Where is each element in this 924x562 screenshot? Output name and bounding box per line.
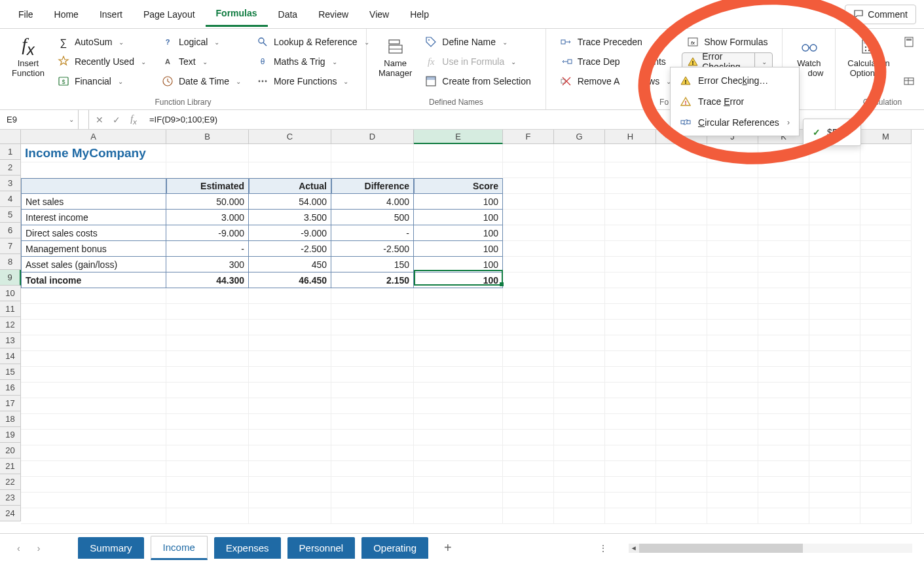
cell[interactable]: [331, 477, 414, 493]
scroll-track[interactable]: [639, 544, 912, 553]
row-header[interactable]: 20: [0, 443, 21, 459]
row-header[interactable]: 24: [0, 506, 21, 521]
cell[interactable]: [860, 304, 912, 320]
cell[interactable]: [249, 144, 331, 162]
cell[interactable]: 3.000: [166, 210, 249, 225]
cell[interactable]: [809, 178, 860, 194]
cell[interactable]: [809, 272, 860, 288]
cell[interactable]: [166, 477, 249, 493]
recently-used-button[interactable]: Recently Used⌄: [52, 52, 151, 71]
cell[interactable]: [656, 383, 707, 398]
cell[interactable]: 4.000: [331, 194, 414, 210]
cell[interactable]: [331, 398, 414, 414]
cell[interactable]: Net sales: [21, 194, 166, 210]
cell[interactable]: [21, 461, 166, 477]
cell[interactable]: Actual: [249, 178, 331, 194]
cell[interactable]: [758, 257, 809, 272]
sheet-tab-operating[interactable]: Operating: [361, 537, 428, 559]
cell[interactable]: [860, 493, 912, 508]
comment-button[interactable]: Comment: [845, 5, 916, 24]
cell[interactable]: [249, 508, 331, 524]
cell[interactable]: [554, 178, 605, 194]
cell[interactable]: [656, 162, 707, 178]
cell[interactable]: 46.450: [249, 272, 331, 288]
spreadsheet-grid[interactable]: A B C D E F G H I J K L M 12345678910111…: [0, 130, 924, 524]
cell[interactable]: Difference: [331, 178, 414, 194]
cell[interactable]: [554, 194, 605, 210]
cell[interactable]: [503, 288, 554, 304]
cell[interactable]: Income MyCompany: [21, 144, 166, 162]
cell[interactable]: [249, 445, 331, 461]
cell[interactable]: [166, 508, 249, 524]
cell[interactable]: [554, 288, 605, 304]
cell[interactable]: [554, 493, 605, 508]
cell[interactable]: [758, 162, 809, 178]
cell[interactable]: [809, 461, 860, 477]
cell[interactable]: [249, 320, 331, 335]
fx-button[interactable]: fx: [126, 112, 141, 128]
cell[interactable]: [554, 225, 605, 241]
cell[interactable]: [860, 225, 912, 241]
cell[interactable]: [656, 178, 707, 194]
cell[interactable]: 300: [166, 257, 249, 272]
cell[interactable]: [860, 398, 912, 414]
cell[interactable]: [503, 367, 554, 383]
cell[interactable]: [707, 162, 758, 178]
cell[interactable]: [860, 477, 912, 493]
cell[interactable]: [166, 288, 249, 304]
cell[interactable]: [605, 477, 656, 493]
accept-formula-button[interactable]: ✓: [109, 112, 124, 128]
cell[interactable]: [554, 477, 605, 493]
cell[interactable]: [809, 241, 860, 257]
cell[interactable]: [503, 304, 554, 320]
row-header[interactable]: 4: [0, 191, 21, 207]
cell[interactable]: [554, 367, 605, 383]
cell[interactable]: 100: [414, 257, 503, 272]
cell[interactable]: [860, 144, 912, 162]
cell[interactable]: 50.000: [166, 194, 249, 210]
row-header[interactable]: 18: [0, 411, 21, 427]
cell[interactable]: Total income: [21, 272, 166, 288]
cell[interactable]: [503, 144, 554, 162]
next-sheet-button[interactable]: ›: [32, 540, 46, 556]
cell[interactable]: [21, 335, 166, 351]
cell[interactable]: [860, 461, 912, 477]
cell[interactable]: [707, 178, 758, 194]
cell[interactable]: [414, 162, 503, 178]
cell[interactable]: [809, 288, 860, 304]
row-header[interactable]: 5: [0, 207, 21, 223]
cell[interactable]: [414, 477, 503, 493]
cell[interactable]: [21, 414, 166, 430]
cell[interactable]: Estimated: [166, 178, 249, 194]
cell[interactable]: [809, 162, 860, 178]
cell[interactable]: [605, 351, 656, 367]
cell[interactable]: [249, 430, 331, 445]
cell[interactable]: [707, 508, 758, 524]
sheet-tab-income[interactable]: Income: [151, 536, 208, 560]
cell[interactable]: [554, 210, 605, 225]
cell[interactable]: [503, 508, 554, 524]
cell[interactable]: [554, 351, 605, 367]
menu-tab-file[interactable]: File: [8, 3, 44, 26]
lookup-reference-button[interactable]: Lookup & Reference⌄: [251, 33, 375, 51]
cell[interactable]: [809, 383, 860, 398]
cell[interactable]: [707, 445, 758, 461]
cell[interactable]: [605, 144, 656, 162]
cell[interactable]: Management bonus: [21, 241, 166, 257]
cell[interactable]: [758, 461, 809, 477]
sheet-tab-personnel[interactable]: Personnel: [287, 537, 356, 559]
cell[interactable]: [21, 493, 166, 508]
cell[interactable]: [414, 461, 503, 477]
cell[interactable]: 100: [414, 210, 503, 225]
cell[interactable]: [758, 493, 809, 508]
cell[interactable]: [809, 477, 860, 493]
cell[interactable]: [809, 194, 860, 210]
cell[interactable]: Interest income: [21, 210, 166, 225]
cell[interactable]: [503, 493, 554, 508]
cell[interactable]: [21, 162, 166, 178]
cell[interactable]: [809, 351, 860, 367]
row-header[interactable]: 2: [0, 160, 21, 176]
cell[interactable]: [758, 477, 809, 493]
cell[interactable]: [249, 398, 331, 414]
menu-tab-page-layout[interactable]: Page Layout: [133, 3, 206, 26]
